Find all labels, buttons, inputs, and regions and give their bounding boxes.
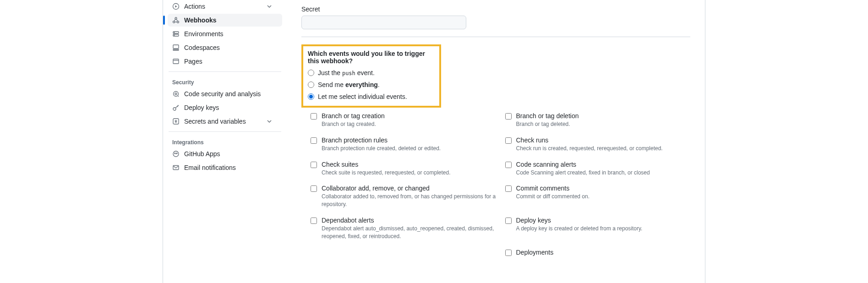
event-label: Dependabot alerts <box>322 217 496 224</box>
event-desc: Branch or tag deleted. <box>516 120 691 128</box>
chevron-down-icon <box>266 118 273 125</box>
event-label: Branch or tag creation <box>322 112 496 120</box>
radio-push-event[interactable]: Just the push event. <box>308 69 435 76</box>
event-desc: Dependabot alert auto_dismissed, auto_re… <box>322 225 496 240</box>
radio-individual-label: Let me select individual events. <box>318 93 407 100</box>
event-desc: Code Scanning alert created, fixed in br… <box>516 169 691 177</box>
event-deploy-keys: Deploy keys A deploy key is created or d… <box>505 217 691 240</box>
main-content: Secret Which events would you like to tr… <box>287 0 705 283</box>
nav-deploy-keys[interactable]: Deploy keys <box>168 101 282 114</box>
nav-label: Webhooks <box>184 16 217 24</box>
apps-icon <box>172 150 180 158</box>
security-icon <box>172 90 180 98</box>
nav-label: Actions <box>184 3 205 10</box>
event-label: Deployments <box>516 249 691 256</box>
codespaces-icon <box>172 44 180 51</box>
event-label: Commit comments <box>516 185 691 192</box>
events-title: Which events would you like to trigger t… <box>308 50 435 65</box>
svg-rect-9 <box>173 49 179 50</box>
radio-everything-label: Send me everything. <box>318 81 380 88</box>
event-checkbox[interactable] <box>505 218 512 224</box>
event-checkbox[interactable] <box>311 162 317 168</box>
key-icon <box>172 104 180 111</box>
event-checkbox[interactable] <box>311 137 317 144</box>
nav-code-security[interactable]: Code security and analysis <box>168 87 282 100</box>
event-label: Branch or tag deletion <box>516 112 691 120</box>
radio-individual[interactable]: Let me select individual events. <box>308 93 435 100</box>
event-desc: Check suite is requested, rerequested, o… <box>322 169 496 177</box>
event-commit-comments: Commit comments Commit or diff commented… <box>505 185 691 208</box>
event-branch-tag-creation: Branch or tag creation Branch or tag cre… <box>311 112 496 128</box>
nav-label: GitHub Apps <box>184 150 220 158</box>
event-label: Check suites <box>322 161 496 168</box>
svg-point-11 <box>174 92 179 97</box>
event-check-runs: Check runs Check run is created, request… <box>505 136 691 152</box>
event-desc: A deploy key is created or deleted from … <box>516 225 691 233</box>
event-collaborator: Collaborator add, remove, or changed Col… <box>311 185 496 208</box>
event-dependabot: Dependabot alerts Dependabot alert auto_… <box>311 217 496 240</box>
event-checkbox[interactable] <box>505 113 512 120</box>
svg-rect-8 <box>173 45 179 49</box>
event-checkbox[interactable] <box>505 137 512 144</box>
nav-label: Environments <box>184 30 224 38</box>
event-checkbox[interactable] <box>311 218 317 224</box>
nav-environments[interactable]: Environments <box>168 27 282 40</box>
radio-push-label: Just the push event. <box>318 69 375 76</box>
events-list: Branch or tag creation Branch or tag cre… <box>301 112 690 256</box>
event-check-suites: Check suites Check suite is requested, r… <box>311 161 496 177</box>
event-checkbox[interactable] <box>505 250 512 256</box>
settings-sidebar: Actions Webhooks Environments Codespaces… <box>163 0 287 283</box>
event-desc: Branch protection rule created, deleted … <box>322 145 496 152</box>
event-checkbox[interactable] <box>311 185 317 192</box>
nav-label: Codespaces <box>184 44 220 51</box>
security-section-title: Security <box>168 76 282 87</box>
nav-label: Email notifications <box>184 164 236 171</box>
event-label: Deploy keys <box>516 217 691 224</box>
secret-field-group: Secret <box>301 5 690 29</box>
nav-actions[interactable]: Actions <box>168 0 282 13</box>
chevron-down-icon <box>266 3 273 10</box>
divider <box>301 37 690 37</box>
nav-label: Pages <box>184 58 202 65</box>
event-checkbox[interactable] <box>311 113 317 120</box>
svg-point-3 <box>177 21 179 23</box>
event-label: Check runs <box>516 136 691 144</box>
nav-secrets[interactable]: Secrets and variables <box>168 115 282 128</box>
event-desc: Collaborator added to, removed from, or … <box>322 193 496 208</box>
secret-label: Secret <box>301 5 690 13</box>
radio-push-input[interactable] <box>308 70 314 76</box>
nav-pages[interactable]: Pages <box>168 55 282 68</box>
event-code-scanning: Code scanning alerts Code Scanning alert… <box>505 161 691 177</box>
event-branch-tag-deletion: Branch or tag deletion Branch or tag del… <box>505 112 691 128</box>
nav-github-apps[interactable]: GitHub Apps <box>168 147 282 160</box>
nav-label: Code security and analysis <box>184 90 261 98</box>
radio-everything-input[interactable] <box>308 82 314 88</box>
radio-everything[interactable]: Send me everything. <box>308 81 435 88</box>
webhook-icon <box>172 16 180 24</box>
event-desc: Check run is created, requested, rereque… <box>516 145 691 152</box>
events-trigger-box: Which events would you like to trigger t… <box>301 44 441 108</box>
svg-point-12 <box>175 93 177 95</box>
page-container: Actions Webhooks Environments Codespaces… <box>163 0 705 283</box>
browser-icon <box>172 58 180 65</box>
mail-icon <box>172 164 180 171</box>
play-icon <box>172 3 180 10</box>
svg-point-15 <box>173 151 179 157</box>
event-desc: Branch or tag created. <box>322 120 496 128</box>
secret-input[interactable] <box>301 16 466 29</box>
event-checkbox[interactable] <box>505 185 512 192</box>
divider <box>169 131 281 132</box>
event-checkbox[interactable] <box>505 162 512 168</box>
nav-email-notifications[interactable]: Email notifications <box>168 161 282 174</box>
svg-point-2 <box>173 21 175 23</box>
svg-point-6 <box>174 33 175 33</box>
radio-individual-input[interactable] <box>308 93 314 100</box>
event-label: Code scanning alerts <box>516 161 691 168</box>
event-label: Branch protection rules <box>322 136 496 144</box>
event-branch-protection: Branch protection rules Branch protectio… <box>311 136 496 152</box>
event-label: Collaborator add, remove, or changed <box>322 185 496 192</box>
asterisk-icon <box>172 118 180 125</box>
nav-webhooks[interactable]: Webhooks <box>168 14 282 27</box>
svg-point-7 <box>174 35 175 36</box>
nav-codespaces[interactable]: Codespaces <box>168 41 282 54</box>
